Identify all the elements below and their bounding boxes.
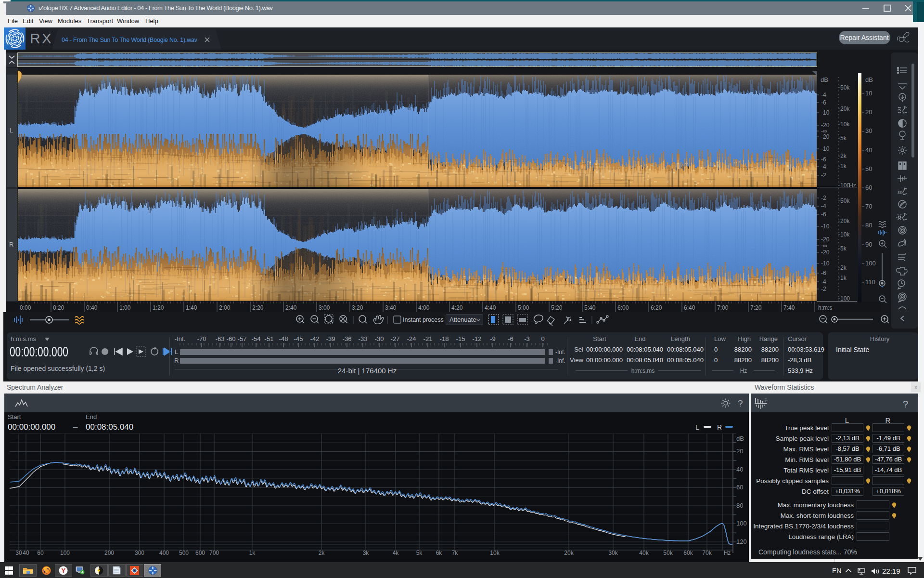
svg-text:ss: ss [898,190,902,195]
svg-text:Y: Y [62,567,66,574]
svg-text:?: ? [738,398,743,408]
